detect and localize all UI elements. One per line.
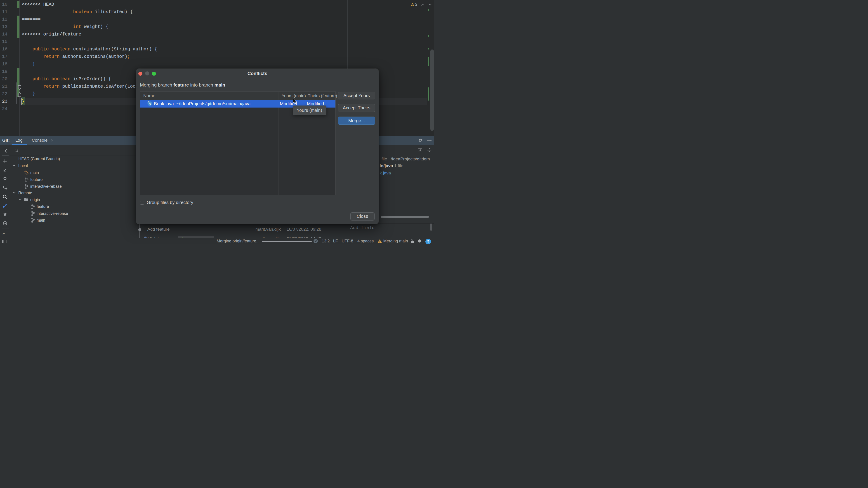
svg-text:R: R <box>149 102 151 105</box>
